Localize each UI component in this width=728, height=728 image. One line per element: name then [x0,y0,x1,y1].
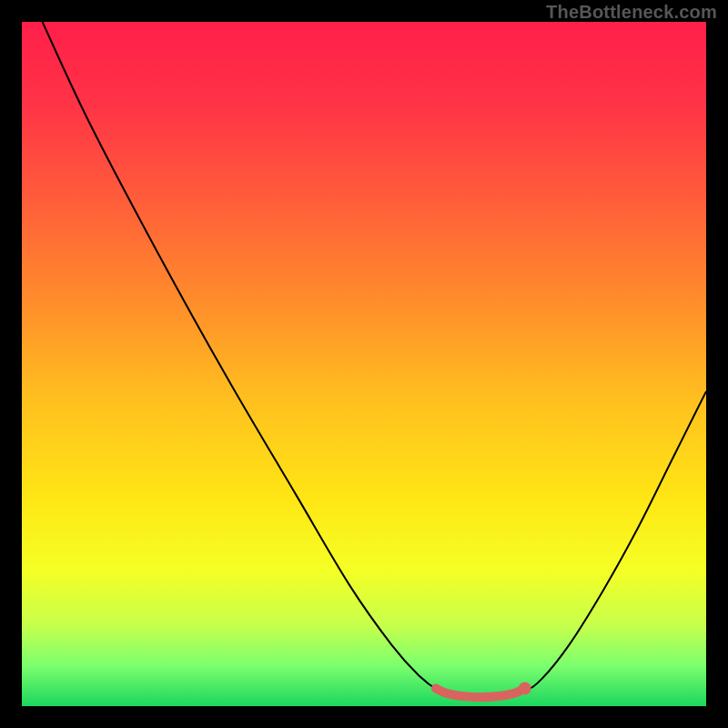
chart-svg [22,22,706,706]
chart-container: TheBottleneck.com [0,0,728,728]
marker-layer [519,682,531,694]
marker-optimal-dot [519,682,531,694]
gradient-background [22,22,706,706]
plot-area [22,22,706,706]
watermark-text: TheBottleneck.com [546,2,717,23]
